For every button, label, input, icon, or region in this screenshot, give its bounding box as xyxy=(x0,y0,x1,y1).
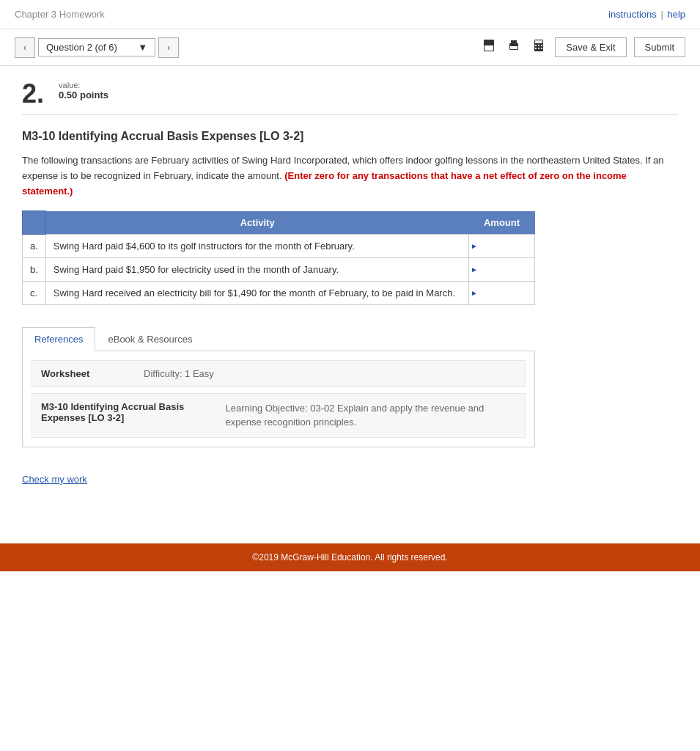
ref-detail-title: M3-10 Identifying Accrual Basis Expenses… xyxy=(41,401,211,430)
question-description: The following transactions are February … xyxy=(22,153,678,199)
row-label-c: c. xyxy=(23,281,46,304)
references-tabs: References eBook & Resources xyxy=(22,327,535,351)
svg-rect-12 xyxy=(535,48,537,49)
ref-worksheet-row: Worksheet Difficulty: 1 Easy xyxy=(32,360,526,387)
arrow-indicator: ► xyxy=(471,242,478,250)
footer-text: ©2019 McGraw-Hill Education. All rights … xyxy=(252,552,447,563)
question-header: 2. value: 0.50 points xyxy=(22,81,678,107)
amount-input-a[interactable]: ► xyxy=(469,234,535,257)
amount-field-b[interactable] xyxy=(476,264,527,275)
amount-input-c[interactable]: ► xyxy=(469,281,535,304)
svg-rect-14 xyxy=(541,48,542,49)
value-label: value: xyxy=(59,81,108,89)
col-amount: Amount xyxy=(469,211,535,235)
main-content: 2. value: 0.50 points M3-10 Identifying … xyxy=(0,66,700,499)
toolbar-icons: Save & Exit Submit xyxy=(480,37,685,58)
worksheet-value: Difficulty: 1 Easy xyxy=(144,368,214,379)
question-title: M3-10 Identifying Accrual Basis Expenses… xyxy=(22,130,678,143)
tab-ebook[interactable]: eBook & Resources xyxy=(95,327,205,351)
calculator-icon xyxy=(531,38,546,53)
svg-rect-4 xyxy=(511,40,517,44)
worksheet-label: Worksheet xyxy=(41,368,129,379)
table-row: b. Swing Hard paid $1,950 for electricit… xyxy=(23,257,535,281)
print-icon xyxy=(506,38,521,53)
question-number: 2. xyxy=(22,81,44,107)
col-activity: Activity xyxy=(45,211,468,235)
top-bar-links: instructions | help xyxy=(608,9,685,20)
help-link[interactable]: help xyxy=(667,9,685,20)
instructions-link[interactable]: instructions xyxy=(608,9,657,20)
arrow-indicator: ► xyxy=(471,265,478,274)
table-row: a. Swing Hard paid $4,600 to its golf in… xyxy=(23,234,535,257)
question-selector-label: Question 2 (of 6) xyxy=(46,42,117,53)
check-my-work-link[interactable]: Check my work xyxy=(22,474,87,485)
activity-c: Swing Hard received an electricity bill … xyxy=(45,281,468,304)
svg-rect-9 xyxy=(535,45,537,46)
row-label-b: b. xyxy=(23,257,46,281)
activity-table: Activity Amount a. Swing Hard paid $4,60… xyxy=(22,210,535,305)
activity-a: Swing Hard paid $4,600 to its golf instr… xyxy=(45,234,468,257)
table-row: c. Swing Hard received an electricity bi… xyxy=(23,281,535,304)
ref-detail-desc: Learning Objective: 03-02 Explain and ap… xyxy=(226,401,516,430)
bookmark-icon xyxy=(482,38,496,53)
svg-rect-13 xyxy=(538,48,539,49)
amount-field-c[interactable] xyxy=(476,287,527,298)
ref-detail-row: M3-10 Identifying Accrual Basis Expenses… xyxy=(32,393,526,438)
save-exit-button[interactable]: Save & Exit xyxy=(555,37,626,57)
arrow-indicator: ► xyxy=(471,289,478,297)
references-section: References eBook & Resources Worksheet D… xyxy=(22,327,535,447)
row-label-a: a. xyxy=(23,234,46,257)
svg-rect-6 xyxy=(511,48,517,48)
submit-button[interactable]: Submit xyxy=(634,37,685,57)
svg-rect-10 xyxy=(538,45,539,46)
question-value-block: value: 0.50 points xyxy=(59,81,108,100)
amount-input-b[interactable]: ► xyxy=(469,257,535,281)
question-nav-left: ‹ Question 2 (of 6) ▼ › xyxy=(15,37,179,58)
amount-field-a[interactable] xyxy=(476,241,527,252)
print-button[interactable] xyxy=(505,37,523,58)
page-title: Chapter 3 Homework xyxy=(15,9,105,20)
top-bar: Chapter 3 Homework instructions | help xyxy=(0,0,700,29)
section-divider xyxy=(22,114,678,115)
svg-rect-2 xyxy=(485,40,493,45)
question-nav-bar: ‹ Question 2 (of 6) ▼ › xyxy=(0,29,700,66)
references-content: Worksheet Difficulty: 1 Easy M3-10 Ident… xyxy=(22,351,535,447)
points-value: 0.50 points xyxy=(59,89,108,100)
prev-question-button[interactable]: ‹ xyxy=(15,37,35,58)
footer: ©2019 McGraw-Hill Education. All rights … xyxy=(0,543,700,571)
svg-rect-8 xyxy=(535,40,542,43)
tab-references[interactable]: References xyxy=(22,327,95,351)
question-selector[interactable]: Question 2 (of 6) ▼ xyxy=(38,38,155,56)
activity-b: Swing Hard paid $1,950 for electricity u… xyxy=(45,257,468,281)
svg-rect-11 xyxy=(541,45,542,46)
separator: | xyxy=(660,9,663,20)
calculator-button[interactable] xyxy=(530,37,548,58)
next-question-button[interactable]: › xyxy=(158,37,179,58)
dropdown-icon: ▼ xyxy=(138,42,147,53)
bookmark-button[interactable] xyxy=(480,37,498,58)
